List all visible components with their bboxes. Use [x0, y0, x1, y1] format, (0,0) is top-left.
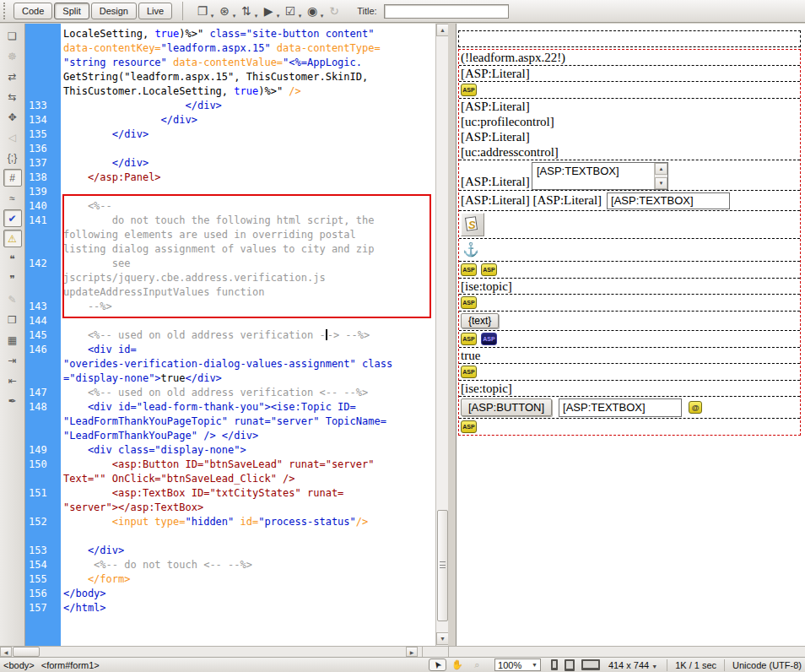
visual-aids-icon[interactable]: ◉▾ — [301, 2, 323, 20]
code-vertical-scrollbar[interactable]: ▲ ▼ — [435, 24, 448, 646]
design-pane[interactable]: (!leadform.aspx.22!)[ASP:Literal]ASP[ASP… — [456, 24, 805, 646]
code-view-button[interactable]: Code — [14, 3, 52, 19]
code-line[interactable]: ="display-none">true</div> — [25, 371, 435, 386]
code-line[interactable]: 135 </div> — [25, 127, 435, 142]
design-empty-div-outline[interactable] — [458, 30, 801, 47]
line-numbers-icon[interactable]: # — [3, 169, 22, 187]
code-line[interactable]: Text="" OnClick="btnSaveLead_Click" /> — [25, 472, 435, 486]
design-row[interactable]: [ise:topic] — [459, 381, 800, 397]
outdent-code-icon[interactable]: ⇤ — [3, 371, 22, 389]
design-row[interactable]: ⚓ — [459, 239, 800, 262]
code-line[interactable]: 139 — [25, 185, 435, 199]
design-row[interactable]: S — [459, 211, 800, 239]
code-line[interactable]: 151 <asp:TextBox ID="txtCityStates" runa… — [25, 486, 435, 501]
asp-marker-icon[interactable]: ASP — [461, 366, 477, 378]
code-line[interactable]: 149 <div class="display-none"> — [25, 443, 435, 458]
balance-braces-icon[interactable]: {;} — [3, 149, 22, 166]
scroll-left-button[interactable]: ◀ — [0, 647, 12, 657]
h-scrollbar-thumb[interactable] — [13, 647, 40, 657]
code-line[interactable]: 143 --%> — [25, 300, 435, 314]
asp-marker-icon[interactable]: ASP — [481, 263, 497, 276]
scroll-up-button[interactable]: ▲ — [436, 24, 449, 36]
tag-selector-form[interactable]: <form#form1> — [41, 660, 100, 670]
code-line[interactable]: 134 </div> — [25, 113, 435, 127]
code-line[interactable]: 150 <asp:Button ID="btnSaveLead" runat="… — [25, 458, 435, 472]
code-line[interactable]: "server"></asp:TextBox> — [25, 501, 435, 515]
design-row[interactable]: [ASP:Literal] — [459, 66, 800, 82]
design-row[interactable]: [ASP:Literal] [ASP:Literal][ASP:TEXTBOX] — [459, 191, 800, 211]
asp-marker-icon[interactable]: ASP — [461, 84, 477, 96]
code-line[interactable] — [25, 529, 435, 544]
design-row[interactable]: [ASP:BUTTON][ASP:TEXTBOX]@ — [459, 397, 800, 419]
format-source-code-icon[interactable]: ✒ — [3, 392, 22, 409]
template-expression-button[interactable]: {text} — [461, 313, 499, 328]
asp-marker-icon-selected[interactable]: ASP — [481, 333, 497, 345]
design-row[interactable]: ASPASP — [459, 331, 800, 348]
preview-in-browser-icon[interactable]: ⊛▾ — [213, 2, 235, 20]
apply-comment-icon[interactable]: ❝ — [3, 250, 22, 268]
multiscreen-preview-icon[interactable]: ❐▾ — [192, 2, 213, 20]
asp-marker-icon[interactable]: ASP — [461, 420, 477, 433]
code-line[interactable]: 138 </asp:Panel> — [25, 171, 435, 185]
asp-textbox-placeholder[interactable]: [ASP:TEXTBOX] — [607, 192, 730, 209]
asp-button-placeholder[interactable]: [ASP:BUTTON] — [461, 398, 552, 416]
anchor-icon[interactable]: ⚓ — [461, 241, 798, 259]
code-line[interactable]: data-contentKey="leadform.aspx.15" data-… — [25, 41, 435, 56]
code-line[interactable]: following elements are used in overridin… — [25, 228, 435, 242]
asp-marker-icon[interactable]: ASP — [461, 333, 477, 345]
scroll-down-button[interactable]: ▼ — [436, 632, 449, 645]
code-line[interactable]: LocaleSetting, true)%>" class="site-butt… — [25, 27, 435, 41]
live-view-button[interactable]: Live — [138, 3, 172, 19]
design-row[interactable]: {text} — [459, 312, 800, 331]
code-line[interactable]: 155 </form> — [25, 572, 435, 587]
design-row[interactable]: true — [459, 348, 800, 364]
code-line[interactable]: 157</html> — [25, 601, 435, 615]
design-row[interactable]: ASP — [459, 295, 800, 312]
open-documents-icon[interactable]: ❏ — [3, 27, 22, 45]
code-line[interactable]: GetString("leadform.aspx.15", ThisCustom… — [25, 70, 435, 84]
collapse-selection-icon[interactable]: ⇆ — [3, 88, 22, 106]
code-line[interactable]: 154 <%-- do not touch <-- --%> — [25, 558, 435, 572]
code-line[interactable]: 145 <%-- used on old address verificatio… — [25, 328, 435, 343]
design-view-button[interactable]: Design — [91, 3, 137, 19]
code-line[interactable]: 146 <div id= — [25, 343, 435, 357]
file-management-icon[interactable]: ⇅▾ — [235, 2, 257, 20]
syntax-error-alerts-icon[interactable]: ✔ — [3, 209, 22, 227]
code-line[interactable]: updateAddressInputValues function — [25, 285, 435, 300]
script-marker-icon[interactable]: S — [461, 213, 484, 236]
design-row[interactable]: [ise:topic] — [459, 279, 800, 295]
toolbar-grip[interactable] — [3, 3, 8, 19]
code-line[interactable]: "overides-verification-dialog-values-ass… — [25, 357, 435, 371]
code-line[interactable]: 152 <input type="hidden" id="process-sta… — [25, 515, 435, 529]
scroll-down-button[interactable]: ▼ — [655, 177, 667, 189]
zoom-tool-icon[interactable]: ⌕ — [468, 658, 486, 671]
textarea-scrollbar[interactable]: ▲▼ — [654, 163, 667, 189]
live-view-options-icon[interactable]: ▶▾ — [257, 2, 279, 20]
remove-comment-icon[interactable]: ❞ — [3, 270, 22, 288]
tag-selector-body[interactable]: <body> — [3, 660, 35, 670]
design-row[interactable]: ASP — [459, 419, 800, 435]
asp-textbox-placeholder[interactable]: [ASP:TEXTBOX] — [559, 398, 682, 417]
window-size-selector[interactable]: 414 x 744 ▼ — [608, 660, 657, 670]
code-line[interactable]: 133 </div> — [25, 99, 435, 113]
title-input[interactable] — [384, 4, 509, 19]
code-line[interactable]: 136 — [25, 142, 435, 156]
warning-alerts-icon[interactable]: ⚠ — [3, 230, 22, 247]
hand-tool-icon[interactable]: ✋ — [448, 658, 466, 671]
code-editor[interactable]: LocaleSetting, true)%>" class="site-butt… — [25, 27, 435, 615]
collapse-full-tag-icon[interactable]: ⇄ — [3, 68, 22, 85]
code-line[interactable]: jscripts/jquery.cbe.address.verification… — [25, 271, 435, 285]
design-form-outline[interactable]: (!leadform.aspx.22!)[ASP:Literal]ASP[ASP… — [458, 49, 801, 436]
code-line[interactable]: 141 do not touch the following html scri… — [25, 214, 435, 228]
design-row[interactable]: [ASP:Literal][uc:profilecontrol][ASP:Lit… — [459, 99, 800, 160]
expand-all-icon[interactable]: ✥ — [3, 108, 22, 126]
move-or-convert-css-icon[interactable]: ▦ — [3, 331, 22, 349]
design-row[interactable]: (!leadform.aspx.22!) — [459, 50, 800, 66]
code-line[interactable]: listing dialog assignment of values to c… — [25, 242, 435, 257]
design-row[interactable]: ASPASP — [459, 262, 800, 279]
magnification-select[interactable]: 100%▼ — [494, 658, 541, 671]
recent-snippets-icon[interactable]: ❒ — [3, 311, 22, 328]
design-row[interactable]: ASP — [459, 82, 800, 99]
desktop-size-icon[interactable] — [581, 659, 599, 670]
tablet-size-icon[interactable] — [565, 659, 575, 671]
